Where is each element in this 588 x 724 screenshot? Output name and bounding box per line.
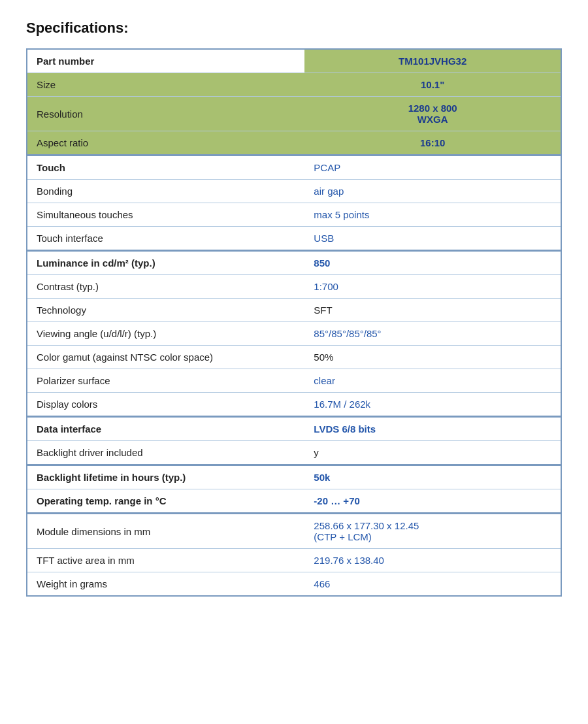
value-polarizer-surface: clear	[304, 369, 561, 393]
table-row-polarizer-surface: Polarizer surfaceclear	[27, 369, 561, 393]
label-contrast: Contrast (typ.)	[27, 275, 304, 299]
table-row-simultaneous-touches: Simultaneous touchesmax 5 points	[27, 203, 561, 227]
label-resolution: Resolution	[27, 97, 304, 131]
value-touch-interface: USB	[304, 227, 561, 251]
table-row-color-gamut: Color gamut (against NTSC color space)50…	[27, 346, 561, 369]
value-viewing-angle: 85°/85°/85°/85°	[304, 322, 561, 346]
label-polarizer-surface: Polarizer surface	[27, 369, 304, 393]
table-row-operating-temp: Operating temp. range in °C-20 … +70	[27, 489, 561, 514]
table-row-aspect-ratio: Aspect ratio16:10	[27, 131, 561, 156]
label-aspect-ratio: Aspect ratio	[27, 131, 304, 156]
table-row-tft-active-area: TFT active area in mm219.76 x 138.40	[27, 549, 561, 572]
table-row-contrast: Contrast (typ.)1:700	[27, 275, 561, 299]
value-resolution: 1280 x 800WXGA	[304, 97, 561, 131]
value-contrast: 1:700	[304, 275, 561, 299]
label-touch: Touch	[27, 156, 304, 180]
label-weight: Weight in grams	[27, 572, 304, 597]
value-aspect-ratio: 16:10	[304, 131, 561, 156]
label-part-number: Part number	[27, 49, 304, 73]
value-weight: 466	[304, 572, 561, 597]
page-title: Specifications:	[26, 20, 562, 37]
label-luminance: Luminance in cd/m² (typ.)	[27, 251, 304, 275]
label-touch-interface: Touch interface	[27, 227, 304, 251]
table-row-part-number: Part numberTM101JVHG32	[27, 49, 561, 73]
label-module-dimensions: Module dimensions in mm	[27, 514, 304, 549]
value-luminance: 850	[304, 251, 561, 275]
specs-table: Part numberTM101JVHG32Size10.1"Resolutio…	[26, 48, 562, 597]
value-color-gamut: 50%	[304, 346, 561, 369]
table-row-luminance: Luminance in cd/m² (typ.)850	[27, 251, 561, 275]
label-technology: Technology	[27, 299, 304, 322]
table-row-module-dimensions: Module dimensions in mm258.66 x 177.30 x…	[27, 514, 561, 549]
value-display-colors: 16.7M / 262k	[304, 393, 561, 417]
value-bonding: air gap	[304, 180, 561, 203]
table-row-backlight-lifetime: Backlight lifetime in hours (typ.)50k	[27, 465, 561, 489]
value-module-dimensions: 258.66 x 177.30 x 12.45(CTP + LCM)	[304, 514, 561, 549]
label-size: Size	[27, 73, 304, 97]
table-row-display-colors: Display colors16.7M / 262k	[27, 393, 561, 417]
value-data-interface: LVDS 6/8 bits	[304, 417, 561, 441]
label-bonding: Bonding	[27, 180, 304, 203]
table-row-touch-interface: Touch interfaceUSB	[27, 227, 561, 251]
label-viewing-angle: Viewing angle (u/d/l/r) (typ.)	[27, 322, 304, 346]
table-row-size: Size10.1"	[27, 73, 561, 97]
label-color-gamut: Color gamut (against NTSC color space)	[27, 346, 304, 369]
label-backlight-driver: Backlight driver included	[27, 441, 304, 465]
table-row-weight: Weight in grams466	[27, 572, 561, 597]
value-technology: SFT	[304, 299, 561, 322]
label-operating-temp: Operating temp. range in °C	[27, 489, 304, 514]
value-backlight-lifetime: 50k	[304, 465, 561, 489]
table-row-touch: TouchPCAP	[27, 156, 561, 180]
value-tft-active-area: 219.76 x 138.40	[304, 549, 561, 572]
value-operating-temp: -20 … +70	[304, 489, 561, 514]
label-display-colors: Display colors	[27, 393, 304, 417]
table-row-resolution: Resolution1280 x 800WXGA	[27, 97, 561, 131]
label-tft-active-area: TFT active area in mm	[27, 549, 304, 572]
table-row-backlight-driver: Backlight driver includedy	[27, 441, 561, 465]
value-simultaneous-touches: max 5 points	[304, 203, 561, 227]
value-size: 10.1"	[304, 73, 561, 97]
value-backlight-driver: y	[304, 441, 561, 465]
label-data-interface: Data interface	[27, 417, 304, 441]
table-row-viewing-angle: Viewing angle (u/d/l/r) (typ.)85°/85°/85…	[27, 322, 561, 346]
label-simultaneous-touches: Simultaneous touches	[27, 203, 304, 227]
value-touch: PCAP	[304, 156, 561, 180]
label-backlight-lifetime: Backlight lifetime in hours (typ.)	[27, 465, 304, 489]
value-part-number: TM101JVHG32	[304, 49, 561, 73]
table-row-bonding: Bondingair gap	[27, 180, 561, 203]
table-row-technology: TechnologySFT	[27, 299, 561, 322]
table-row-data-interface: Data interfaceLVDS 6/8 bits	[27, 417, 561, 441]
